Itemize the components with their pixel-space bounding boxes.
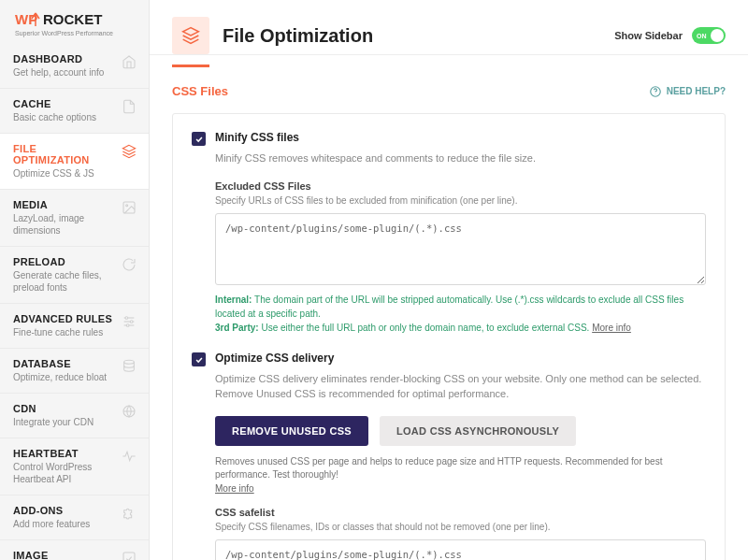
nav-item-sub: LazyLoad, image dimensions	[13, 212, 115, 237]
nav-item-sub: Basic cache options	[13, 111, 115, 123]
more-info-link[interactable]: More info	[592, 323, 631, 333]
image-icon	[121, 199, 137, 216]
optimize-css-checkbox[interactable]	[192, 352, 206, 366]
layers-icon	[172, 17, 209, 54]
nav-item-title: CDN	[13, 403, 115, 414]
nav-item-sub: Fine-tune cache rules	[13, 326, 115, 338]
page-title: File Optimization	[223, 25, 614, 47]
css-safelist-textarea[interactable]	[215, 539, 706, 560]
sidebar-item-cdn[interactable]: CDNIntegrate your CDN	[0, 393, 149, 438]
minify-css-checkbox[interactable]	[192, 132, 206, 146]
nav-item-title: DASHBOARD	[13, 53, 115, 65]
nav-item-sub: Optimize CSS & JS	[13, 167, 115, 179]
need-help-link[interactable]: NEED HELP?	[649, 85, 726, 98]
nav-item-title: ADVANCED RULES	[13, 313, 115, 324]
layers-icon	[121, 143, 137, 160]
refresh-icon	[121, 256, 137, 273]
more-info-link-2[interactable]: More info	[215, 483, 254, 494]
nav-item-sub: Get help, account info	[13, 66, 115, 79]
main-panel: File Optimization Show Sidebar ON CSS Fi…	[150, 0, 748, 560]
sidebar-item-heartbeat[interactable]: HEARTBEATControl WordPress Heartbeat API	[0, 438, 149, 495]
svg-rect-14	[123, 553, 135, 560]
sidebar-item-media[interactable]: MEDIALazyLoad, image dimensions	[0, 189, 149, 246]
need-help-label: NEED HELP?	[667, 86, 726, 96]
nav-item-title: HEARTBEAT	[13, 448, 115, 459]
toggle-state-label: ON	[697, 33, 707, 39]
file-icon	[121, 98, 137, 115]
globe-icon	[121, 403, 137, 420]
minify-css-desc: Minify CSS removes whitespace and commen…	[215, 151, 706, 165]
svg-point-8	[125, 317, 128, 320]
nav-item-title: DATABASE	[13, 358, 115, 369]
page-header: File Optimization Show Sidebar ON	[150, 0, 748, 55]
toggle-knob	[711, 29, 724, 42]
css-files-card: Minify CSS files Minify CSS removes whit…	[172, 113, 726, 560]
brand-tagline: Superior WordPress Performance	[15, 30, 137, 36]
nav-item-title: IMAGE OPTIMIZATION	[13, 550, 115, 560]
nav-item-sub: Control WordPress Heartbeat API	[13, 461, 115, 485]
svg-point-9	[130, 321, 133, 323]
svg-marker-15	[183, 28, 199, 36]
svg-point-10	[126, 324, 129, 327]
sidebar-item-dashboard[interactable]: DASHBOARDGet help, account info	[0, 44, 149, 88]
sidebar-item-image-optimization[interactable]: IMAGE OPTIMIZATION	[0, 539, 149, 560]
excluded-css-hint: Internal: The domain part of the URL wil…	[215, 293, 706, 335]
nav-list: DASHBOARDGet help, account infoCACHEBasi…	[0, 44, 149, 560]
show-sidebar-toggle[interactable]: ON	[692, 27, 726, 44]
svg-marker-2	[122, 145, 135, 151]
svg-point-4	[126, 205, 128, 207]
nav-item-title: ADD-ONS	[13, 505, 115, 516]
optimize-css-desc: Optimize CSS delivery eliminates render-…	[215, 372, 706, 401]
excluded-css-textarea[interactable]	[215, 213, 706, 285]
sidebar-item-file-optimization[interactable]: FILE OPTIMIZATIONOptimize CSS & JS	[0, 133, 149, 189]
css-safelist-sub: Specify CSS filenames, IDs or classes th…	[215, 522, 706, 532]
image-opt-icon	[121, 550, 137, 560]
optimize-css-title: Optimize CSS delivery	[215, 352, 334, 365]
excluded-css-sub: Specify URLs of CSS files to be excluded…	[215, 195, 706, 206]
home-icon	[121, 53, 137, 70]
nav-item-sub: Add more features	[13, 518, 115, 530]
heartbeat-icon	[121, 448, 137, 465]
sidebar: WP ROCKET Superior WordPress Performance…	[0, 0, 150, 560]
css-safelist-label: CSS safelist	[215, 507, 706, 518]
nav-item-sub: Optimize, reduce bloat	[13, 371, 115, 383]
nav-item-title: PRELOAD	[13, 256, 115, 267]
brand-logo: WP ROCKET Superior WordPress Performance	[0, 0, 149, 44]
sidebar-item-advanced-rules[interactable]: ADVANCED RULESFine-tune cache rules	[0, 303, 149, 348]
svg-text:ROCKET: ROCKET	[43, 11, 102, 27]
nav-item-title: FILE OPTIMIZATION	[13, 143, 115, 165]
database-icon	[121, 358, 137, 375]
nav-item-sub: Integrate your CDN	[13, 416, 115, 428]
puzzle-icon	[121, 505, 137, 522]
svg-text:WP: WP	[15, 11, 37, 27]
minify-css-title: Minify CSS files	[215, 131, 299, 144]
nav-item-title: MEDIA	[13, 199, 115, 210]
sidebar-item-database[interactable]: DATABASEOptimize, reduce bloat	[0, 348, 149, 393]
remove-unused-desc: Removes unused CSS per page and helps to…	[215, 455, 706, 496]
sidebar-item-add-ons[interactable]: ADD-ONSAdd more features	[0, 495, 149, 539]
sidebar-item-cache[interactable]: CACHEBasic cache options	[0, 88, 149, 133]
excluded-css-label: Excluded CSS Files	[215, 180, 706, 192]
show-sidebar-label: Show Sidebar	[614, 30, 683, 41]
content-area: CSS Files NEED HELP? Minify CSS files Mi…	[150, 67, 748, 560]
sliders-icon	[121, 313, 137, 330]
remove-unused-css-button[interactable]: REMOVE UNUSED CSS	[215, 416, 368, 446]
svg-point-17	[654, 93, 655, 94]
svg-point-11	[124, 360, 135, 364]
nav-item-sub: Generate cache files, preload fonts	[13, 269, 115, 294]
sidebar-item-preload[interactable]: PRELOADGenerate cache files, preload fon…	[0, 246, 149, 303]
nav-item-title: CACHE	[13, 98, 115, 109]
section-title: CSS Files	[172, 84, 228, 98]
load-css-async-button[interactable]: LOAD CSS ASYNCHRONOUSLY	[380, 416, 576, 446]
